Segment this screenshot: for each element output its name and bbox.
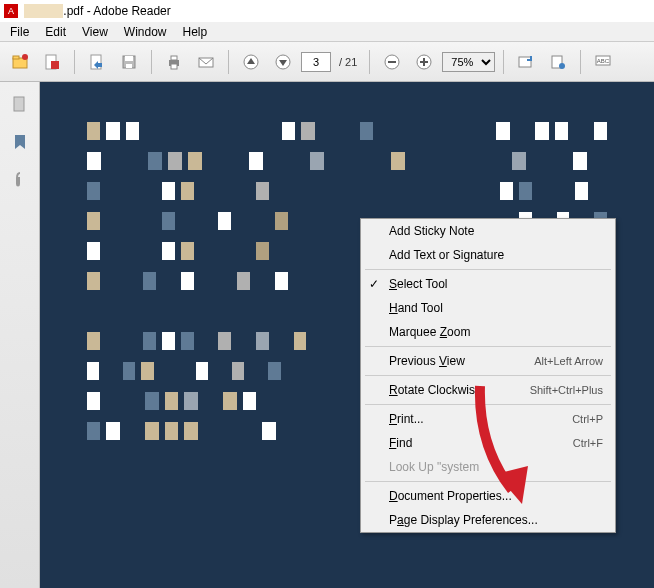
content-pixel xyxy=(321,392,334,410)
content-pixel xyxy=(269,152,283,170)
context-menu-label: Page Display Preferences... xyxy=(389,513,538,527)
print-button[interactable] xyxy=(160,48,188,76)
content-pixel xyxy=(145,422,158,440)
tool-sign-button[interactable] xyxy=(544,48,572,76)
create-pdf-button[interactable] xyxy=(38,48,66,76)
save-button[interactable] xyxy=(115,48,143,76)
content-pixel xyxy=(294,242,307,260)
content-pixel xyxy=(350,152,364,170)
content-pixel xyxy=(593,152,607,170)
page-down-button[interactable] xyxy=(269,48,297,76)
context-menu-item[interactable]: Rotate ClockwiseShift+Ctrl+Plus xyxy=(361,378,615,402)
content-pixel xyxy=(275,242,288,260)
content-pixel xyxy=(294,212,307,230)
context-menu-item[interactable]: Document Properties... xyxy=(361,484,615,508)
content-pixel xyxy=(127,152,141,170)
content-pixel xyxy=(87,242,100,260)
zoom-in-button[interactable] xyxy=(410,48,438,76)
menu-edit[interactable]: Edit xyxy=(37,23,74,41)
page-up-button[interactable] xyxy=(237,48,265,76)
content-pixel xyxy=(87,182,100,200)
page-number-input[interactable] xyxy=(301,52,331,72)
tool-share-button[interactable] xyxy=(512,48,540,76)
context-menu-item[interactable]: Page Display Preferences... xyxy=(361,508,615,532)
content-pixel xyxy=(388,182,401,200)
content-pixel xyxy=(218,272,231,290)
email-button[interactable] xyxy=(192,48,220,76)
content-pixel xyxy=(243,392,256,410)
content-pixel xyxy=(331,212,344,230)
bookmarks-panel-button[interactable] xyxy=(8,130,32,154)
content-pixel xyxy=(148,152,162,170)
context-menu-item[interactable]: Add Sticky Note xyxy=(361,219,615,243)
separator xyxy=(369,50,370,74)
open-file-button[interactable] xyxy=(6,48,34,76)
content-pixel xyxy=(330,152,344,170)
content-pixel xyxy=(370,152,384,170)
content-pixel xyxy=(574,122,587,140)
content-pixel xyxy=(223,422,236,440)
content-pixel xyxy=(575,182,588,200)
content-pixel xyxy=(243,422,256,440)
content-pixel xyxy=(294,332,307,350)
content-pixel xyxy=(275,332,288,350)
context-menu-separator xyxy=(365,481,611,482)
content-pixel xyxy=(178,362,190,380)
zoom-out-button[interactable] xyxy=(378,48,406,76)
tool-comment-button[interactable]: ABC xyxy=(589,48,617,76)
content-pixel xyxy=(268,362,280,380)
content-pixel xyxy=(323,362,335,380)
content-pixel xyxy=(204,392,217,410)
context-menu-item[interactable]: Add Text or Signature xyxy=(361,243,615,267)
content-pixel xyxy=(310,152,324,170)
content-pixel xyxy=(275,272,288,290)
content-pixel-row xyxy=(87,152,607,170)
content-pixel xyxy=(106,182,119,200)
menu-view[interactable]: View xyxy=(74,23,116,41)
menu-window[interactable]: Window xyxy=(116,23,175,41)
content-pixel xyxy=(411,152,425,170)
content-pixel xyxy=(305,362,317,380)
menu-file[interactable]: File xyxy=(2,23,37,41)
content-pixel xyxy=(204,422,217,440)
content-pixel xyxy=(312,242,325,260)
content-pixel xyxy=(106,242,119,260)
content-pixel xyxy=(594,122,607,140)
context-menu-item[interactable]: Hand Tool xyxy=(361,296,615,320)
content-pixel xyxy=(200,332,213,350)
svg-text:ABC: ABC xyxy=(597,58,610,64)
page-total-label: / 21 xyxy=(339,56,357,68)
content-pixel xyxy=(184,392,197,410)
attachments-panel-button[interactable] xyxy=(8,168,32,192)
content-pixel xyxy=(106,332,119,350)
zoom-select[interactable]: 75% xyxy=(442,52,495,72)
content-pixel xyxy=(181,212,194,230)
convert-button[interactable] xyxy=(83,48,111,76)
content-pixel xyxy=(200,272,213,290)
content-pixel xyxy=(516,122,529,140)
content-pixel xyxy=(399,122,412,140)
content-pixel xyxy=(160,362,172,380)
content-pixel xyxy=(223,392,236,410)
window-title: .pdf - Adobe Reader xyxy=(24,4,171,18)
content-pixel xyxy=(87,332,100,350)
context-menu-item[interactable]: Previous ViewAlt+Left Arrow xyxy=(361,349,615,373)
context-menu-label: Print... xyxy=(389,412,424,426)
menu-help[interactable]: Help xyxy=(175,23,216,41)
content-pixel xyxy=(262,122,275,140)
context-menu-item[interactable]: FindCtrl+F xyxy=(361,431,615,455)
thumbnails-panel-button[interactable] xyxy=(8,92,32,116)
content-pixel xyxy=(223,122,236,140)
context-menu-item[interactable]: ✓Select Tool xyxy=(361,272,615,296)
content-pixel xyxy=(418,122,431,140)
context-menu-separator xyxy=(365,404,611,405)
content-pixel xyxy=(232,362,244,380)
content-pixel xyxy=(165,422,178,440)
svg-rect-13 xyxy=(171,64,177,69)
content-pixel xyxy=(250,362,262,380)
content-pixel-row xyxy=(87,182,607,200)
context-menu-item[interactable]: Marquee Zoom xyxy=(361,320,615,344)
content-pixel xyxy=(552,152,566,170)
content-pixel xyxy=(431,152,445,170)
context-menu-item[interactable]: Print...Ctrl+P xyxy=(361,407,615,431)
